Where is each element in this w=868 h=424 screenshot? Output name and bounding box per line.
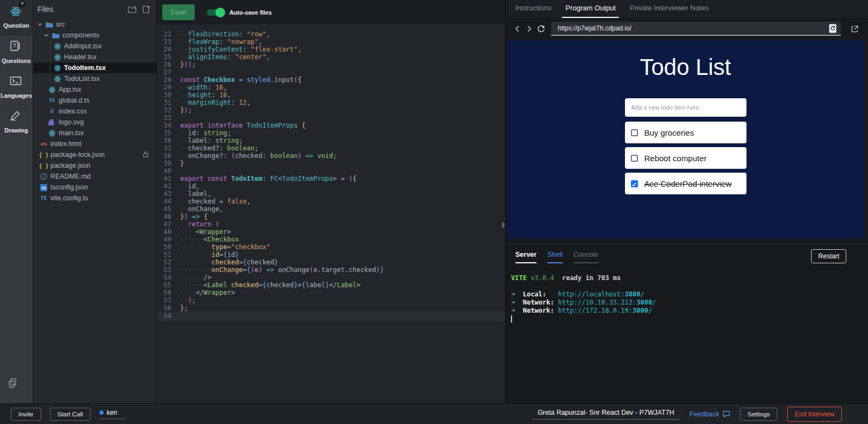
line-number: 23 — [157, 38, 171, 46]
code-line[interactable]: 45··onChange, — [157, 205, 505, 213]
code-line[interactable]: 40 — [157, 167, 505, 175]
file-tree-item[interactable]: main.tsx — [33, 128, 156, 138]
code-line[interactable]: 38··onChange?: (checked: boolean) => voi… — [157, 152, 505, 160]
code-line[interactable]: 28const Checkbox = styled.input({ — [157, 76, 505, 84]
code-line[interactable]: 29··width: 16, — [157, 84, 505, 91]
new-todo-input[interactable]: Add a new todo item here — [625, 98, 746, 117]
todo-item[interactable]: Buy groceries — [625, 122, 746, 143]
file-tree-item[interactable]: #index.css — [33, 106, 156, 117]
code-line[interactable]: 51········id={id} — [157, 251, 505, 258]
file-tree-item[interactable]: TSglobal.d.ts — [33, 95, 156, 106]
code-line[interactable]: 56····</Wrapper> — [157, 289, 505, 296]
end-interview-button[interactable]: End Interview — [787, 407, 842, 422]
feedback-link[interactable]: Feedback — [690, 410, 730, 418]
tab-instructions[interactable]: Instructions — [512, 4, 554, 18]
console-tab-server[interactable]: Server — [515, 251, 537, 263]
code-line[interactable]: 23··flexWrap: "nowrap", — [157, 38, 505, 46]
file-tree-item[interactable]: App.tsx — [33, 84, 156, 95]
code-line[interactable]: 53········onChange={(e) => onChange(e.ta… — [157, 266, 505, 274]
forward-button[interactable] — [523, 23, 535, 35]
editor-scrollbar[interactable] — [502, 223, 505, 227]
checkbox-icon[interactable] — [631, 129, 638, 136]
new-folder-icon[interactable] — [127, 5, 137, 14]
sidebar-item-questions[interactable]: ? Questions — [0, 35, 33, 69]
code-line[interactable]: 42··id, — [157, 182, 505, 190]
code-line[interactable]: 44··checked = false, — [157, 198, 505, 205]
code-line[interactable]: 55······<Label checked={checked}>{label}… — [157, 281, 505, 289]
todo-item-label[interactable]: Ace CoderPad interview — [644, 179, 732, 188]
code-line[interactable]: 58}; — [157, 304, 505, 312]
file-tree-item[interactable]: { }package-lock.json — [33, 149, 156, 160]
tab-private-interviewer-notes[interactable]: Private Interviewer Notes — [627, 4, 712, 18]
file-tree-item[interactable]: AddInput.tsx — [33, 41, 156, 52]
file-tree-item[interactable]: README.md — [33, 171, 156, 182]
refresh-button[interactable] — [535, 23, 547, 35]
console-tab-console[interactable]: Console — [573, 251, 598, 263]
sidebar-item-drawing[interactable]: Drawing — [0, 104, 33, 139]
file-tree-item[interactable]: TodoList.tsx — [33, 73, 156, 84]
tab-program-output[interactable]: Program Output — [562, 4, 619, 18]
code-line[interactable]: 22··flexDirection: "row", — [157, 30, 505, 38]
code-line[interactable]: 30··height: 16, — [157, 91, 505, 99]
code-line[interactable]: 59 — [157, 312, 505, 320]
file-tree-item[interactable]: { }package.json — [33, 160, 156, 171]
code-line[interactable]: 39} — [157, 160, 505, 167]
file-tree-item[interactable]: TodoItem.tsx — [33, 62, 156, 73]
code-line[interactable]: 33 — [157, 114, 505, 122]
file-tree-item[interactable]: TStsconfig.json — [33, 182, 156, 193]
code-line[interactable]: 27 — [157, 68, 505, 76]
code-line[interactable]: 41export const TodoItem: FC<TodoItemProp… — [157, 175, 505, 182]
file-tree-item[interactable]: <>index.html — [33, 138, 156, 149]
code-line[interactable]: 52········checked={checked} — [157, 258, 505, 266]
url-bar[interactable]: https://p7wjat7h.cdpad.io/ — [551, 22, 841, 36]
code-line[interactable]: 57··); — [157, 296, 505, 304]
new-file-icon[interactable] — [142, 5, 150, 14]
console-tab-shell[interactable]: Shell — [547, 251, 563, 263]
file-tree-item[interactable]: components — [33, 30, 156, 41]
code-line[interactable]: 36··label: string; — [157, 137, 505, 144]
todo-item-label[interactable]: Buy groceries — [644, 128, 694, 137]
question-bubble-icon: ? — [19, 1, 25, 7]
todo-item[interactable]: Reboot computer — [625, 147, 746, 169]
code-line[interactable]: 25··alignItems: "center", — [157, 53, 505, 61]
invite-button[interactable]: Invite — [11, 408, 41, 421]
back-button[interactable] — [511, 23, 523, 35]
code-line[interactable]: 47··return ( — [157, 220, 505, 228]
autosave-toggle[interactable] — [207, 9, 224, 16]
open-external-icon[interactable] — [848, 23, 860, 35]
settings-button[interactable]: Settings — [740, 408, 778, 421]
file-tree-item[interactable]: logo.svg — [33, 117, 156, 128]
code-line[interactable]: 43··label, — [157, 190, 505, 198]
checkbox-icon[interactable] — [631, 155, 638, 162]
restart-button[interactable]: Restart — [811, 249, 846, 263]
code-line[interactable]: 26})); — [157, 61, 505, 68]
copy-icon[interactable] — [8, 377, 17, 388]
session-title-input[interactable]: Greta Rapunzal- Snr React Dev - P7WJAT7H — [532, 409, 680, 420]
sidebar-item-question[interactable]: ? Question — [0, 0, 33, 35]
code-line[interactable]: 24··justifyContent: "flex-start", — [157, 46, 505, 53]
checkbox-checked-icon[interactable]: ✓ — [631, 180, 638, 187]
code-line[interactable]: 32}); — [157, 106, 505, 114]
file-tree-item[interactable]: TSvite.config.ts — [33, 193, 156, 204]
code-line[interactable]: 49······<Checkbox — [157, 236, 505, 243]
chevron-down-icon[interactable] — [44, 34, 52, 37]
save-button[interactable]: Save — [162, 4, 195, 20]
chevron-down-icon[interactable] — [37, 23, 45, 26]
code-line[interactable]: 46}) => { — [157, 213, 505, 220]
todo-item-label[interactable]: Reboot computer — [644, 154, 707, 163]
sidebar-item-languages[interactable]: Languages — [0, 69, 33, 104]
code-line[interactable]: 50········type="checkbox" — [157, 243, 505, 251]
start-call-button[interactable]: Start Call — [50, 408, 91, 421]
code-line[interactable]: 34export interface TodoItemProps { — [157, 122, 505, 129]
todo-item[interactable]: ✓Ace CoderPad interview — [625, 173, 746, 194]
code-line[interactable]: 31··marginRight: 12, — [157, 99, 505, 106]
code-line[interactable]: 37··checked?: boolean; — [157, 144, 505, 152]
file-tree-item[interactable]: Header.tsx — [33, 52, 156, 62]
file-tree-item[interactable]: src — [33, 19, 156, 30]
code-line[interactable]: 54······/> — [157, 274, 505, 281]
code-area[interactable]: 22··flexDirection: "row",23··flexWrap: "… — [157, 24, 505, 320]
todo-list: Buy groceriesReboot computer✓Ace CoderPa… — [625, 122, 746, 194]
code-line[interactable]: 35··id: string; — [157, 129, 505, 137]
restore-page-icon[interactable] — [829, 24, 837, 33]
code-line[interactable]: 48····<Wrapper> — [157, 228, 505, 236]
